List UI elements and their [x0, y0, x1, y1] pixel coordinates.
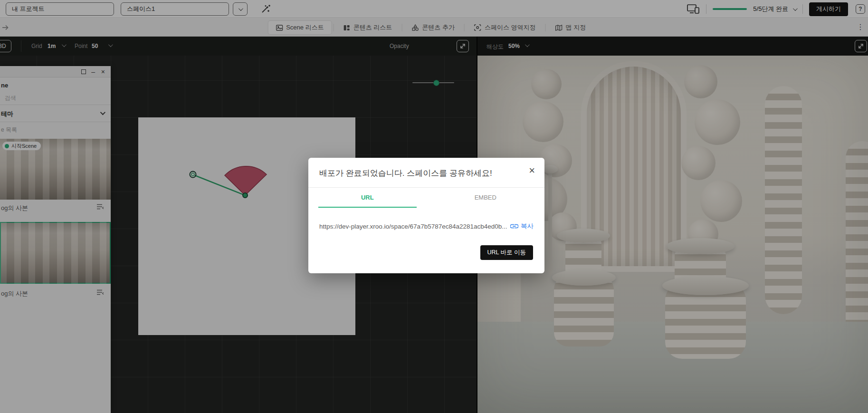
copy-label: 복사	[521, 222, 534, 231]
tab-embed[interactable]: EMBED	[437, 194, 535, 208]
divider	[308, 187, 544, 188]
modal-title: 배포가 완료되었습니다. 스페이스를 공유하세요!	[319, 168, 492, 179]
app-root: 5/5단계 완료 게시하기 ? Scene 리스트	[0, 0, 868, 413]
share-url-row: https://dev-player.xroo.io/space/67a7b57…	[319, 222, 534, 231]
share-url: https://dev-player.xroo.io/space/67a7b57…	[319, 223, 507, 230]
share-tabs: URL EMBED	[308, 194, 544, 208]
share-modal: 배포가 완료되었습니다. 스페이스를 공유하세요! × URL EMBED ht…	[308, 158, 544, 273]
tab-url[interactable]: URL	[318, 194, 417, 208]
go-to-url-button[interactable]: URL 바로 이동	[480, 245, 534, 260]
close-icon[interactable]: ×	[529, 164, 535, 177]
link-icon	[510, 224, 518, 229]
copy-url-button[interactable]: 복사	[510, 222, 534, 231]
